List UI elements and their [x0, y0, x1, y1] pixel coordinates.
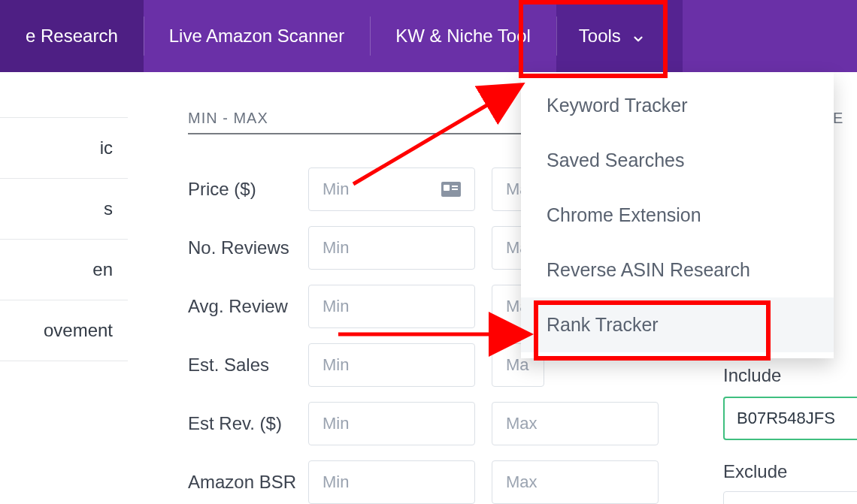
max-input[interactable]: Max [492, 460, 659, 504]
dropdown-item-reverse-asin[interactable]: Reverse ASIN Research [521, 243, 834, 297]
sidebar-item-label: s [104, 198, 113, 219]
placeholder: Min [323, 472, 349, 492]
sidebar: ic s en ovement [0, 72, 128, 504]
filter-label: Est Rev. ($) [188, 413, 308, 434]
chevron-down-icon [631, 29, 645, 43]
nav-item-tools[interactable]: Tools [556, 0, 683, 72]
dropdown-item-rank-tracker[interactable]: Rank Tracker [521, 297, 834, 352]
top-nav: e Research Live Amazon Scanner KW & Nich… [0, 0, 857, 72]
nav-item-research[interactable]: e Research [0, 0, 144, 72]
right-column: Include B07R548JFS Exclude Excluded keyw [723, 365, 857, 504]
min-input[interactable]: Min [308, 343, 475, 387]
filter-label: Price ($) [188, 179, 308, 200]
max-input[interactable]: Max [492, 402, 659, 445]
filter-label: Est. Sales [188, 355, 308, 376]
min-input[interactable]: Min [308, 402, 475, 445]
placeholder: Min [323, 355, 349, 375]
nav-label: KW & Niche Tool [395, 26, 531, 47]
min-input[interactable]: Min [308, 285, 475, 328]
svg-rect-3 [452, 189, 458, 190]
sidebar-item[interactable]: ovement [0, 300, 128, 361]
dropdown-item-saved-searches[interactable]: Saved Searches [521, 133, 834, 188]
svg-rect-1 [444, 185, 450, 191]
tools-dropdown: Keyword Tracker Saved Searches Chrome Ex… [521, 72, 834, 358]
filter-row-bsr: Amazon BSR Min Max [188, 460, 707, 504]
sidebar-item-label: en [92, 259, 113, 279]
filter-row-est-rev: Est Rev. ($) Min Max [188, 402, 707, 445]
min-input[interactable]: Min [308, 460, 475, 504]
exclude-input[interactable]: Excluded keyw [723, 491, 857, 504]
sidebar-item[interactable]: s [0, 179, 128, 240]
min-input[interactable]: Min [308, 167, 475, 211]
placeholder: Max [506, 472, 538, 492]
nav-item-kw-niche[interactable]: KW & Niche Tool [370, 0, 556, 72]
sidebar-item[interactable]: ic [0, 117, 128, 179]
placeholder: Min [323, 414, 349, 433]
nav-item-live-scanner[interactable]: Live Amazon Scanner [144, 0, 370, 72]
filter-label: Amazon BSR [188, 472, 308, 493]
svg-rect-2 [452, 186, 458, 187]
include-value: B07R548JFS [737, 409, 835, 427]
nav-label: e Research [26, 26, 118, 47]
sidebar-item-label: ic [100, 137, 113, 158]
filter-label: No. Reviews [188, 237, 308, 258]
include-input[interactable]: B07R548JFS [723, 397, 857, 440]
dropdown-item-chrome-extension[interactable]: Chrome Extension [521, 188, 834, 243]
nav-label: Live Amazon Scanner [169, 26, 344, 47]
placeholder: Min [323, 238, 349, 258]
exclude-label: Exclude [723, 461, 857, 482]
sidebar-item[interactable]: en [0, 240, 128, 300]
include-label: Include [723, 365, 857, 386]
filter-label: Avg. Review [188, 296, 308, 317]
placeholder: Min [323, 297, 349, 316]
dropdown-item-keyword-tracker[interactable]: Keyword Tracker [521, 78, 834, 133]
nav-label: Tools [579, 26, 621, 47]
id-card-icon [441, 182, 461, 197]
placeholder: Min [323, 180, 349, 199]
right-header-fragment: E [833, 110, 844, 127]
min-input[interactable]: Min [308, 226, 475, 270]
placeholder: Max [506, 414, 538, 433]
sidebar-item-label: ovement [44, 320, 113, 340]
body: ic s en ovement MIN - MAX Price ($) Min … [0, 72, 857, 504]
